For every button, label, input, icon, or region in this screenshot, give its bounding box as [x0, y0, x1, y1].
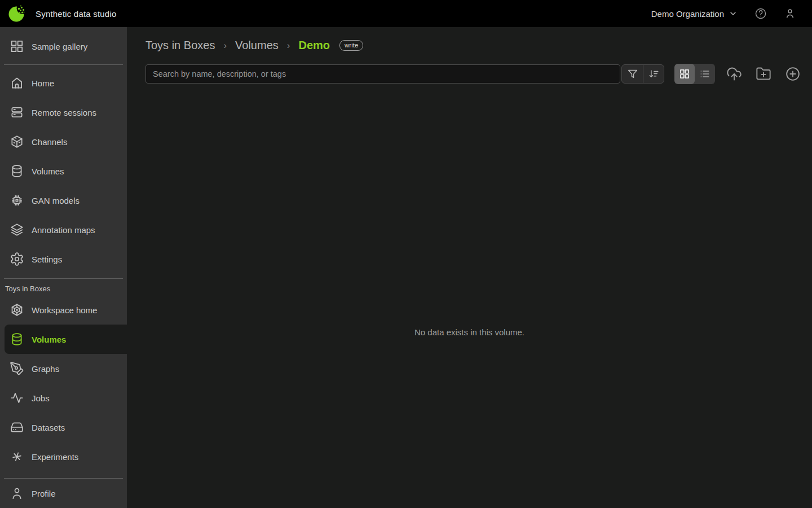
cloud-upload-icon: [726, 66, 742, 82]
sidebar-item-channels[interactable]: Channels: [0, 127, 127, 156]
sidebar-item-label: Remote sessions: [32, 108, 96, 117]
workspace-section-label: Toys in Boxes: [5, 284, 127, 293]
sidebar-item-profile[interactable]: Profile: [0, 479, 127, 508]
help-icon: [754, 7, 767, 20]
sidebar-item-label: Workspace home: [32, 305, 97, 315]
topbar-right: Demo Organization: [651, 7, 796, 20]
server-icon: [10, 105, 24, 120]
search-input[interactable]: [145, 64, 620, 84]
sidebar-item-label: Settings: [32, 255, 62, 264]
sidebar-item-label: Sample gallery: [32, 42, 87, 51]
list-view-icon: [699, 68, 710, 80]
new-folder-button[interactable]: [756, 66, 771, 82]
toolbar-actions: [726, 66, 801, 82]
filter-sort-group: [621, 64, 664, 84]
breadcrumb-current: Demo: [298, 39, 330, 52]
sort-button[interactable]: [643, 65, 664, 83]
breadcrumb: Toys in Boxes › Volumes › Demo write: [127, 27, 812, 52]
sidebar-divider: [4, 64, 123, 65]
list-view-button[interactable]: [695, 64, 715, 84]
sidebar-item-label: Datasets: [32, 423, 65, 432]
sidebar-item-label: Home: [32, 78, 54, 88]
sidebar-item-label: Channels: [32, 137, 67, 147]
sidebar-item-experiments[interactable]: Experiments: [0, 442, 127, 471]
grid-view-button[interactable]: [674, 64, 695, 84]
sort-descending-icon: [647, 68, 660, 80]
hard-drive-icon: [10, 420, 24, 435]
sidebar-item-label: Annotation maps: [32, 225, 95, 235]
permission-badge: write: [339, 40, 363, 51]
chip-icon: [10, 193, 24, 208]
sidebar-item-volumes-global[interactable]: Volumes: [0, 156, 127, 186]
grid-view-icon: [679, 68, 690, 80]
app-logo-icon: [8, 4, 27, 23]
gear-icon: [10, 252, 24, 266]
user-menu-button[interactable]: [784, 7, 796, 20]
sidebar-item-workspace-home[interactable]: Workspace home: [0, 295, 127, 325]
sidebar-divider: [4, 278, 123, 279]
sidebar-item-remote-sessions[interactable]: Remote sessions: [0, 98, 127, 127]
filter-icon: [626, 68, 639, 80]
filter-button[interactable]: [622, 65, 643, 83]
cube-icon: [10, 134, 24, 149]
sidebar-item-annotation-maps[interactable]: Annotation maps: [0, 215, 127, 244]
add-button[interactable]: [785, 66, 801, 82]
sidebar-item-label: Experiments: [32, 452, 78, 462]
app-title: Synthetic data studio: [36, 9, 116, 19]
person-icon: [10, 486, 24, 501]
sidebar-item-label: GAN models: [32, 196, 80, 205]
search-group: [145, 64, 664, 84]
sidebar-item-jobs[interactable]: Jobs: [0, 383, 127, 413]
sidebar-item-label: Jobs: [32, 393, 50, 403]
wireframe-box-icon: [10, 303, 24, 317]
sidebar-item-graphs[interactable]: Graphs: [0, 354, 127, 383]
help-button[interactable]: [754, 7, 767, 20]
sidebar-item-home[interactable]: Home: [0, 68, 127, 98]
breadcrumb-separator: ›: [223, 40, 227, 51]
view-toggle: [674, 64, 715, 84]
org-switcher[interactable]: Demo Organization: [651, 9, 738, 19]
home-icon: [10, 76, 24, 90]
database-icon: [10, 332, 24, 347]
sidebar-item-label: Profile: [32, 489, 56, 498]
breadcrumb-separator: ›: [287, 40, 290, 51]
sidebar-item-label: Volumes: [32, 335, 66, 344]
grid-icon: [10, 39, 24, 54]
plus-circle-icon: [785, 66, 801, 82]
org-name: Demo Organization: [651, 9, 724, 19]
sidebar-item-datasets[interactable]: Datasets: [0, 413, 127, 442]
sidebar-item-label: Volumes: [32, 167, 64, 176]
chevron-down-icon: [729, 9, 738, 18]
database-icon: [10, 164, 24, 178]
sidebar-item-label: Graphs: [32, 364, 59, 374]
layers-icon: [10, 222, 24, 237]
breadcrumb-workspace[interactable]: Toys in Boxes: [145, 39, 215, 52]
topbar: Synthetic data studio Demo Organization: [0, 0, 812, 27]
asterisk-icon: [10, 449, 24, 464]
folder-plus-icon: [756, 66, 771, 82]
sidebar-item-gan-models[interactable]: GAN models: [0, 186, 127, 215]
activity-icon: [10, 391, 24, 405]
sidebar-item-volumes-workspace[interactable]: Volumes: [5, 325, 127, 354]
breadcrumb-volumes[interactable]: Volumes: [235, 39, 279, 52]
empty-state-message: No data exists in this volume.: [127, 327, 812, 337]
sidebar-item-sample-gallery[interactable]: Sample gallery: [0, 32, 127, 61]
toolbar: [145, 64, 801, 84]
sidebar: Sample gallery Home Remote sessions Chan…: [0, 27, 127, 508]
pen-tool-icon: [10, 361, 24, 376]
upload-button[interactable]: [726, 66, 742, 82]
user-icon: [784, 7, 796, 20]
sidebar-item-settings[interactable]: Settings: [0, 244, 127, 274]
main-content: Toys in Boxes › Volumes › Demo write: [127, 27, 812, 508]
